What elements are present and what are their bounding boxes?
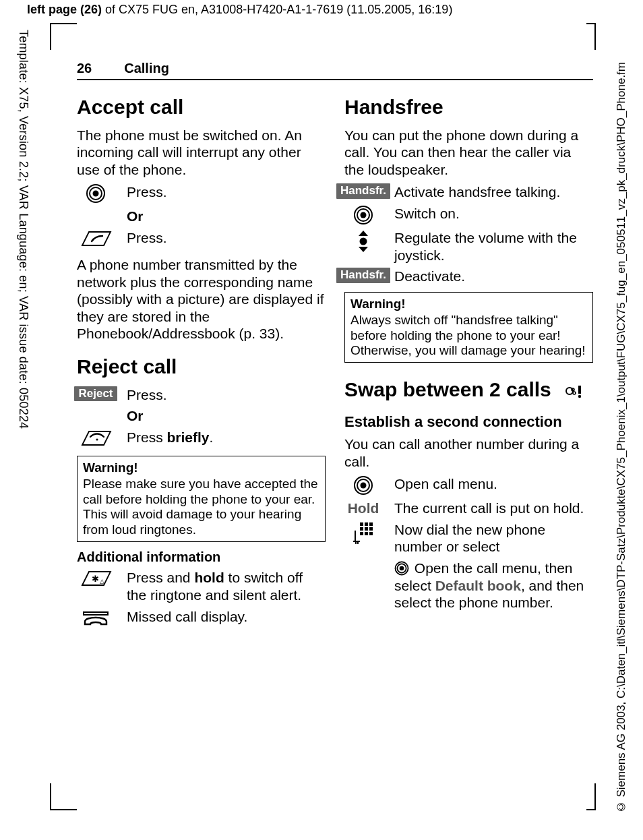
handsfree-activate: Activate handsfree talking. [394, 183, 593, 201]
svg-text:✱: ✱ [92, 574, 99, 584]
swap-dial-row: Now dial the new phone number or select [344, 521, 593, 556]
svg-point-20 [361, 483, 367, 489]
file-path-right: © Siemens AG 2003, C:\Daten_itl\Siemens\… [615, 62, 628, 813]
handsfree-intro: You can put the phone down during a call… [344, 127, 593, 179]
network-feature-icon [563, 383, 584, 399]
page-number: 26 [77, 61, 92, 76]
handsfree-deactivate-row: Handsfr. Deactivate. [344, 268, 593, 285]
doc-top-header-rest: of CX75 FUG en, A31008-H7420-A1-1-7619 (… [102, 3, 452, 16]
heading-swap-calls: Swap between 2 calls [344, 378, 593, 402]
handsfree-deactivate: Deactivate. [394, 268, 593, 285]
reject-end-key-row: Press briefly. [77, 429, 326, 449]
swap-defaultbook-row: Open the call menu, then select Default … [344, 560, 593, 611]
handsfree-volume-row: Regulate the volume with the joystick. [344, 229, 593, 264]
handsfree-switchon-row: Switch on. [344, 205, 593, 225]
star-key-text: Press and hold to switch off the rington… [127, 569, 326, 603]
handsfree-activate-row: Handsfr. Activate handsfree talking. [344, 183, 593, 201]
warning-body: Please make sure you have accepted the c… [83, 477, 319, 537]
reject-warning-box: Warning! Please make sure you have accep… [77, 456, 326, 542]
missed-call-icon [77, 608, 115, 627]
running-rule [77, 79, 593, 80]
accept-or: Or [127, 208, 326, 225]
svg-rect-23 [369, 522, 373, 526]
svg-point-32 [400, 566, 404, 571]
handsfree-switchon: Switch on. [394, 205, 593, 222]
svg-point-9 [361, 212, 367, 218]
heading-handsfree: Handsfree [344, 95, 593, 120]
accept-press2: Press. [127, 229, 326, 247]
missed-call-text: Missed call display. [127, 608, 326, 626]
warning-title: Warning! [350, 297, 587, 311]
doc-top-header: left page (26) of CX75 FUG en, A31008-H7… [27, 3, 452, 17]
svg-marker-12 [359, 247, 368, 252]
warning-body: Always switch off "handsfree talking" be… [350, 313, 587, 358]
reject-press: Press. [127, 386, 326, 404]
star-key-row: ✱△ Press and hold to switch off the ring… [77, 569, 326, 603]
svg-rect-6 [84, 612, 108, 615]
joystick-updown-icon [344, 229, 382, 253]
page-body: 26 Calling Accept call The phone must be… [77, 61, 593, 631]
handsfree-softkey: Handsfr. [344, 268, 382, 283]
svg-point-17 [578, 395, 581, 398]
warning-title: Warning! [83, 460, 319, 475]
missed-call-row: Missed call display. [77, 608, 326, 627]
swap-intro: You can call another number during a cal… [344, 436, 593, 470]
heading-establish-second: Establish a second connection [344, 413, 593, 431]
section-title: Calling [124, 61, 169, 76]
svg-point-2 [93, 191, 99, 197]
joystick-press-icon [77, 183, 115, 204]
svg-point-15 [573, 392, 576, 394]
joystick-press-icon [344, 475, 382, 496]
swap-hold-text: The current call is put on hold. [394, 500, 593, 517]
swap-hold-row: Hold The current call is put on hold. [344, 500, 593, 517]
svg-rect-24 [360, 527, 363, 531]
svg-rect-22 [365, 522, 368, 526]
left-column: Accept call The phone must be switched o… [77, 95, 326, 631]
star-key-icon: ✱△ [77, 569, 115, 589]
svg-rect-27 [360, 532, 363, 535]
end-key-icon [77, 429, 115, 449]
keypad-icon [344, 521, 382, 547]
accept-press-joystick: Press. [77, 183, 326, 204]
accept-press1: Press. [127, 183, 326, 201]
accept-intro: The phone must be switched on. An incomi… [77, 127, 326, 179]
svg-rect-29 [369, 532, 373, 535]
handsfree-volume: Regulate the volume with the joystick. [394, 229, 593, 264]
svg-point-11 [360, 238, 367, 245]
reject-or: Or [127, 407, 326, 425]
svg-rect-28 [365, 532, 368, 535]
swap-open-menu-row: Open call menu. [344, 475, 593, 496]
svg-marker-10 [359, 231, 368, 236]
call-key-icon [77, 229, 115, 249]
doc-top-header-bold: left page (26) [27, 3, 102, 16]
accept-press-call-key: Press. [77, 229, 326, 249]
reject-softkey-row: Reject Press. [77, 386, 326, 404]
joystick-press-icon [344, 205, 382, 225]
reject-press-briefly: Press briefly. [127, 429, 326, 446]
right-column: Handsfree You can put the phone down dur… [344, 95, 593, 631]
template-info-left: Template: X75, Version 2.2; VAR Language… [16, 30, 30, 429]
svg-rect-16 [578, 386, 581, 394]
heading-accept-call: Accept call [77, 95, 326, 120]
svg-text:△: △ [100, 578, 104, 584]
svg-rect-26 [369, 527, 373, 531]
joystick-press-icon [394, 561, 409, 576]
svg-rect-25 [365, 527, 368, 531]
accept-para2: A phone number transmitted by the networ… [77, 256, 326, 342]
handsfree-warning-box: Warning! Always switch off "handsfree ta… [344, 292, 593, 363]
hold-menu-label: Hold [344, 500, 382, 517]
svg-point-3 [96, 438, 98, 440]
heading-reject-call: Reject call [77, 355, 326, 380]
svg-rect-21 [360, 522, 363, 526]
additional-info-title: Additional information [77, 549, 326, 565]
swap-defaultbook-text: Open the call menu, then select Default … [394, 560, 593, 611]
reject-softkey: Reject [77, 386, 115, 402]
swap-open-menu: Open call menu. [394, 475, 593, 493]
handsfree-softkey: Handsfr. [344, 183, 382, 199]
swap-dial-text: Now dial the new phone number or select [394, 521, 593, 556]
running-head: 26 Calling [77, 61, 593, 76]
